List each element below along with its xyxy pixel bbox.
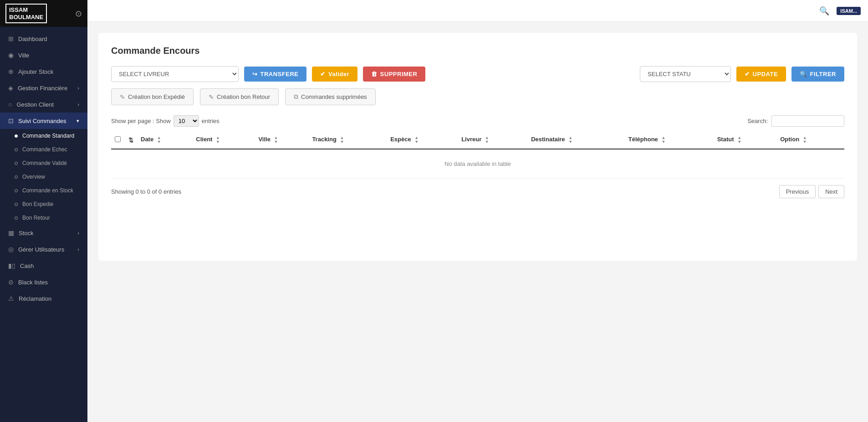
copy-icon: ⧉ <box>294 93 298 101</box>
controls-row-1: SELECT LIVREUR ↪ TRANSFERE ✔ Valider 🗑 S… <box>111 66 844 82</box>
th-livreur[interactable]: Livreur ▲▼ <box>458 131 527 149</box>
sidebar-item-ajouter-stock[interactable]: ⊕ Ajouter Stock <box>0 63 87 80</box>
sidebar: ISSAM BOULMANE ⊙ ⊞ Dashboard ◉ Ville ⊕ A… <box>0 0 87 422</box>
sidebar-item-stock[interactable]: ▦ Stock › <box>0 225 87 241</box>
sort-icons-tracking: ▲▼ <box>340 136 344 144</box>
sort-icons-ville: ▲▼ <box>274 136 278 144</box>
sidebar-logo: ISSAM BOULMANE ⊙ <box>0 0 87 27</box>
search-label: Search: <box>747 118 768 124</box>
chevron-right-icon: › <box>77 102 79 107</box>
update-icon: ✔ <box>745 71 750 77</box>
th-tracking[interactable]: Tracking ▲▼ <box>308 131 387 149</box>
stock-icon: ▦ <box>8 229 14 237</box>
th-telephone[interactable]: Téléphone ▲▼ <box>625 131 714 149</box>
dot-icon <box>15 162 18 165</box>
dot-icon <box>15 216 18 220</box>
check-icon: ✔ <box>320 71 326 77</box>
no-data-row: No data available in table <box>111 149 844 179</box>
creation-bon-expedie-button[interactable]: ✎ Création bon Expédié <box>111 88 194 105</box>
sidebar-subitem-overview[interactable]: Overview <box>0 170 87 184</box>
sidebar-subitem-commande-valide[interactable]: Commande Validé <box>0 156 87 170</box>
pagination: Previous Next <box>779 185 844 198</box>
table-footer: Showing 0 to 0 of 0 entries Previous Nex… <box>111 185 844 198</box>
sidebar-item-cash[interactable]: ▮▯ Cash <box>0 257 87 274</box>
th-statut[interactable]: Statut ▲▼ <box>714 131 777 149</box>
select-all-checkbox[interactable] <box>115 136 121 142</box>
sidebar-item-gerer-utilisateurs[interactable]: ◎ Gérer Utilisateurs › <box>0 241 87 257</box>
showing-text: Showing 0 to 0 of 0 entries <box>111 188 181 195</box>
sort-icon: ⇅ <box>128 137 133 144</box>
th-option[interactable]: Option ▲▼ <box>776 131 844 149</box>
main-card: Commande Encours SELECT LIVREUR ↪ TRANSF… <box>98 33 857 261</box>
table-controls: Show per page : Show 10 25 50 100 entrie… <box>111 115 844 127</box>
page-content: Commande Encours SELECT LIVREUR ↪ TRANSF… <box>87 22 868 422</box>
sidebar-item-suivi-commandes[interactable]: ⊡ Suivi Commandes ▾ <box>0 113 87 129</box>
sidebar-subitem-bon-retour[interactable]: Bon Retour <box>0 211 87 225</box>
stock-add-icon: ⊕ <box>8 68 14 75</box>
commandes-supprimees-button[interactable]: ⧉ Commandes supprimées <box>285 88 376 105</box>
sort-icons-date: ▲▼ <box>157 136 161 144</box>
chevron-right-icon: › <box>77 85 79 91</box>
sort-icons-statut: ▲▼ <box>737 136 741 144</box>
sort-icons-telephone: ▲▼ <box>661 136 665 144</box>
valider-button[interactable]: ✔ Valider <box>312 67 357 82</box>
creation-bon-retour-button[interactable]: ✎ Création bon Retour <box>200 88 279 105</box>
sidebar-item-black-listes[interactable]: ⊘ Black listes <box>0 274 87 290</box>
sidebar-item-dashboard[interactable]: ⊞ Dashboard <box>0 31 87 47</box>
users-icon: ◎ <box>8 246 14 253</box>
sort-icons-livreur: ▲▼ <box>485 136 489 144</box>
update-button[interactable]: ✔ UPDATE <box>736 67 786 82</box>
edit-icon: ✎ <box>120 93 125 101</box>
dot-icon <box>15 189 18 192</box>
edit-icon: ✎ <box>209 93 214 101</box>
search-icon[interactable]: 🔍 <box>819 6 829 16</box>
chevron-right-icon: › <box>77 230 79 236</box>
sidebar-subitem-commande-echec[interactable]: Commande Echec <box>0 143 87 156</box>
th-pin[interactable]: ⇅ <box>125 131 137 149</box>
dot-icon <box>15 175 18 179</box>
ville-icon: ◉ <box>8 51 14 59</box>
sidebar-subitem-commande-standard[interactable]: Commande Standard <box>0 129 87 143</box>
blacklist-icon: ⊘ <box>8 278 14 286</box>
sidebar-item-gestion-financiere[interactable]: ◈ Gestion Financière › <box>0 80 87 96</box>
filtrer-button[interactable]: 🔍 FILTRER <box>791 67 844 82</box>
th-destinataire[interactable]: Destinataire ▲▼ <box>527 131 625 149</box>
sort-icons-destinataire: ▲▼ <box>568 136 572 144</box>
select-statu[interactable]: SELECT STATU <box>640 66 731 82</box>
sort-icons-option: ▲▼ <box>803 136 807 144</box>
per-page-control: Show per page : Show 10 25 50 100 entrie… <box>111 115 220 127</box>
topbar: 🔍 ISAM... <box>87 0 868 22</box>
chevron-right-icon: › <box>77 247 79 252</box>
previous-button[interactable]: Previous <box>779 185 816 198</box>
sidebar-item-gestion-client[interactable]: ○ Gestion Client › <box>0 96 87 113</box>
reclamation-icon: ⚠ <box>8 295 14 302</box>
location-icon: ⊙ <box>75 9 82 19</box>
transfere-icon: ↪ <box>252 71 258 77</box>
sort-icons-client: ▲▼ <box>216 136 220 144</box>
filter-icon: 🔍 <box>800 71 807 77</box>
trash-icon: 🗑 <box>371 71 378 77</box>
chevron-down-icon: ▾ <box>77 118 79 124</box>
next-button[interactable]: Next <box>818 185 844 198</box>
sidebar-item-reclamation[interactable]: ⚠ Réclamation <box>0 290 87 307</box>
select-livreur[interactable]: SELECT LIVREUR <box>111 66 239 82</box>
sidebar-subitem-bon-expedie[interactable]: Bon Expedie <box>0 197 87 211</box>
per-page-select[interactable]: 10 25 50 100 <box>174 115 199 127</box>
th-client[interactable]: Client ▲▼ <box>192 131 255 149</box>
cart-icon: ⊡ <box>8 117 14 124</box>
sidebar-subitem-commande-en-stock[interactable]: Commande en Stock <box>0 184 87 197</box>
supprimer-button[interactable]: 🗑 SUPPRIMER <box>363 67 425 82</box>
th-checkbox <box>111 131 125 149</box>
transfere-button[interactable]: ↪ TRANSFERE <box>244 67 306 82</box>
page-title: Commande Encours <box>111 46 844 56</box>
no-data-cell: No data available in table <box>111 149 844 179</box>
dot-icon <box>15 134 18 138</box>
user-badge[interactable]: ISAM... <box>837 7 861 15</box>
logo-text: ISSAM BOULMANE <box>5 4 47 23</box>
sort-icons-espece: ▲▼ <box>414 136 419 144</box>
search-input[interactable] <box>771 115 844 127</box>
th-espece[interactable]: Espèce ▲▼ <box>387 131 458 149</box>
th-date[interactable]: Date ▲▼ <box>137 131 192 149</box>
sidebar-item-ville[interactable]: ◉ Ville <box>0 47 87 63</box>
th-ville[interactable]: Ville ▲▼ <box>255 131 308 149</box>
